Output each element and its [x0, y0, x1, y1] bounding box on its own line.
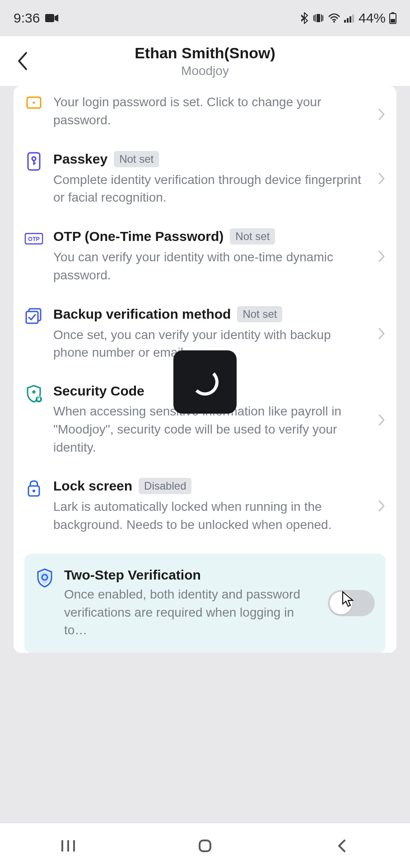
security-code-title: Security Code	[53, 383, 144, 399]
login-password-desc: Your login password is set. Click to cha…	[53, 93, 363, 129]
security-code-icon	[24, 384, 43, 403]
two-step-desc: Once enabled, both identity and password…	[64, 585, 321, 639]
signal-icon	[344, 14, 355, 23]
lock-screen-icon	[24, 479, 43, 498]
setting-lock-screen[interactable]: Lock screen Disabled Lark is automatical…	[14, 467, 396, 545]
header-titles: Ethan Smith(Snow) Moodjoy	[0, 44, 410, 78]
loading-overlay	[173, 350, 237, 414]
two-step-title: Two-Step Verification	[64, 567, 321, 583]
svg-rect-25	[200, 840, 210, 851]
android-status-bar: 9:36 44%	[0, 0, 410, 36]
passkey-desc: Complete identity verification through d…	[53, 171, 363, 207]
battery-percent: 44%	[359, 10, 386, 26]
status-time: 9:36	[14, 10, 40, 26]
backup-badge: Not set	[237, 306, 282, 322]
status-right: 44%	[301, 10, 396, 26]
android-nav-bar	[0, 823, 410, 868]
setting-otp[interactable]: OTP OTP (One-Time Password) Not set You …	[14, 217, 396, 295]
nav-home-button[interactable]	[178, 832, 232, 859]
lock-screen-title: Lock screen	[53, 478, 132, 494]
setting-two-step-verification: Two-Step Verification Once enabled, both…	[24, 554, 386, 653]
spinner-icon	[191, 368, 219, 396]
back-button[interactable]	[9, 47, 36, 75]
toggle-knob	[330, 592, 352, 614]
nav-back-button[interactable]	[315, 832, 369, 859]
otp-desc: You can verify your identity with one-ti…	[53, 248, 363, 284]
passkey-badge: Not set	[114, 151, 159, 167]
svg-rect-5	[352, 14, 354, 23]
svg-point-10	[33, 102, 35, 104]
svg-rect-2	[344, 20, 346, 23]
wifi-icon	[328, 13, 340, 23]
svg-text:OTP: OTP	[28, 236, 39, 242]
svg-point-1	[333, 21, 335, 23]
vibrate-icon	[312, 13, 324, 24]
chevron-right-icon	[377, 108, 386, 121]
svg-rect-8	[391, 19, 395, 23]
setting-passkey[interactable]: Passkey Not set Complete identity verifi…	[14, 140, 396, 218]
page-subtitle: Moodjoy	[181, 64, 229, 78]
shield-icon	[35, 568, 54, 587]
lock-screen-desc: Lark is automatically locked when runnin…	[53, 498, 363, 534]
svg-point-12	[32, 157, 36, 160]
page-title: Ethan Smith(Snow)	[135, 44, 275, 62]
password-icon	[24, 93, 43, 112]
nav-recents-button[interactable]	[41, 832, 95, 859]
backup-title: Backup verification method	[53, 307, 231, 322]
chevron-right-icon	[377, 250, 386, 263]
chevron-right-icon	[377, 413, 386, 427]
passkey-icon	[24, 152, 43, 171]
svg-rect-16	[26, 311, 38, 323]
otp-icon: OTP	[24, 229, 43, 248]
setting-login-password[interactable]: Your login password is set. Click to cha…	[14, 89, 396, 140]
svg-rect-0	[45, 14, 54, 22]
battery-icon	[389, 12, 396, 24]
svg-rect-4	[349, 16, 351, 23]
recording-icon	[45, 13, 59, 23]
status-left: 9:36	[14, 10, 59, 26]
otp-title: OTP (One-Time Password)	[53, 229, 224, 244]
svg-point-20	[33, 490, 35, 492]
chevron-right-icon	[377, 172, 386, 185]
chevron-right-icon	[377, 327, 386, 340]
two-step-toggle[interactable]	[328, 590, 375, 616]
svg-rect-3	[347, 18, 349, 23]
svg-rect-18	[37, 398, 40, 401]
bluetooth-icon	[301, 12, 309, 24]
passkey-title: Passkey	[53, 151, 107, 167]
otp-badge: Not set	[230, 228, 275, 245]
backup-verification-icon	[24, 307, 43, 326]
chevron-right-icon	[377, 499, 386, 513]
app-header: Ethan Smith(Snow) Moodjoy	[0, 36, 410, 86]
lock-screen-badge: Disabled	[139, 478, 191, 494]
